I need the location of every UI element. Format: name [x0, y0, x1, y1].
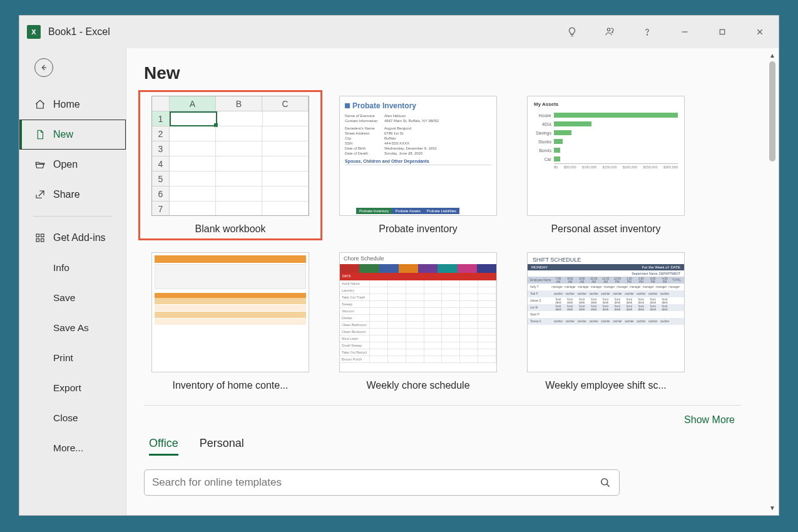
backstage-sidebar: Home New Open Share Get Add-ins Info Sav… [19, 48, 126, 515]
window-title: Book1 - Excel [48, 26, 110, 38]
page-title: New [144, 63, 779, 83]
svg-line-12 [607, 484, 610, 487]
sidebar-item-save[interactable]: Save [19, 283, 126, 313]
scroll-thumb[interactable] [769, 61, 775, 161]
svg-point-1 [647, 34, 647, 35]
sidebar-item-new[interactable]: New [19, 120, 126, 150]
sidebar-item-print[interactable]: Print [19, 343, 126, 373]
template-label: Probate inventory [379, 223, 457, 235]
share-icon [34, 189, 46, 200]
sidebar-item-home[interactable]: Home [19, 90, 126, 120]
template-label: Weekly chore schedule [366, 380, 469, 391]
template-label: Personal asset inventory [551, 223, 660, 235]
template-thumbnail: My Assets House401kSavingsStocksBondsCar… [527, 96, 685, 216]
back-button[interactable] [34, 58, 53, 77]
template-thumbnail: A B C 1 2 3 4 5 6 7 [151, 96, 309, 216]
tab-personal[interactable]: Personal [200, 437, 244, 456]
vertical-scrollbar[interactable]: ▲ ▼ [767, 52, 777, 511]
template-weekly-chore-schedule[interactable]: Chore Schedule DAYS Adult NameLaundryTak… [332, 252, 504, 391]
template-search-box[interactable] [144, 469, 620, 496]
folder-open-icon [34, 159, 46, 170]
sidebar-item-label: Open [53, 159, 78, 170]
sidebar-item-close[interactable]: Close [19, 403, 126, 433]
sidebar-item-export[interactable]: Export [19, 373, 126, 403]
sidebar-item-label: Home [53, 99, 80, 110]
template-blank-workbook[interactable]: A B C 1 2 3 4 5 6 7 B [138, 90, 322, 240]
search-input[interactable] [152, 476, 599, 489]
content-divider [144, 405, 741, 406]
svg-point-0 [607, 28, 610, 31]
sidebar-item-label: New [53, 129, 73, 140]
feedback-icon[interactable] [591, 16, 628, 48]
excel-backstage-window: X Book1 - Excel [19, 15, 779, 516]
help-icon[interactable] [628, 16, 666, 48]
template-label: Blank workbook [195, 223, 266, 235]
sidebar-item-share[interactable]: Share [19, 180, 126, 210]
sidebar-item-save-as[interactable]: Save As [19, 313, 126, 343]
titlebar: X Book1 - Excel [19, 16, 779, 48]
svg-rect-9 [36, 239, 39, 242]
svg-rect-10 [41, 239, 44, 242]
template-probate-inventory[interactable]: Probate Inventory Name of ExecutorAlan H… [332, 96, 504, 235]
document-icon [34, 129, 46, 140]
scroll-up-arrow[interactable]: ▲ [769, 52, 775, 59]
sidebar-item-label: Share [53, 189, 80, 200]
lightbulb-icon[interactable] [553, 16, 591, 48]
svg-rect-3 [720, 29, 725, 34]
excel-app-icon: X [27, 25, 41, 39]
sidebar-item-more[interactable]: More... [19, 433, 126, 463]
template-thumbnail: SHIFT SCHEDULE MONDAYFor the Week of: DA… [527, 252, 685, 372]
sidebar-item-get-addins[interactable]: Get Add-ins [19, 223, 126, 253]
sidebar-item-label: Get Add-ins [53, 232, 106, 243]
tab-office[interactable]: Office [149, 437, 178, 456]
sidebar-item-open[interactable]: Open [19, 150, 126, 180]
template-weekly-employee-shift-schedule[interactable]: SHIFT SCHEDULE MONDAYFor the Week of: DA… [519, 252, 692, 391]
scroll-down-arrow[interactable]: ▼ [769, 504, 775, 511]
addins-icon [34, 232, 46, 243]
content-area: New A B C 1 2 [126, 48, 779, 515]
template-label: Inventory of home conte... [173, 380, 289, 391]
template-label: Weekly employee shift sc... [545, 380, 667, 391]
minimize-button[interactable] [666, 16, 703, 48]
sidebar-item-info[interactable]: Info [19, 253, 126, 283]
template-source-tabs: Office Personal [144, 426, 779, 464]
close-button[interactable] [741, 16, 779, 48]
maximize-button[interactable] [703, 16, 741, 48]
svg-rect-8 [41, 234, 44, 237]
show-more-link[interactable]: Show More [144, 414, 779, 426]
svg-point-11 [601, 479, 608, 485]
svg-rect-7 [36, 234, 39, 237]
template-thumbnail: Chore Schedule DAYS Adult NameLaundryTak… [339, 252, 497, 372]
template-thumbnail: Probate Inventory Name of ExecutorAlan H… [339, 96, 497, 216]
template-personal-asset-inventory[interactable]: My Assets House401kSavingsStocksBondsCar… [519, 96, 692, 235]
sidebar-divider [33, 216, 112, 217]
template-grid: A B C 1 2 3 4 5 6 7 B [144, 96, 779, 391]
template-thumbnail [151, 252, 309, 372]
search-icon[interactable] [599, 476, 611, 489]
template-inventory-home-contents[interactable]: Inventory of home conte... [144, 252, 317, 391]
home-icon [34, 99, 46, 110]
